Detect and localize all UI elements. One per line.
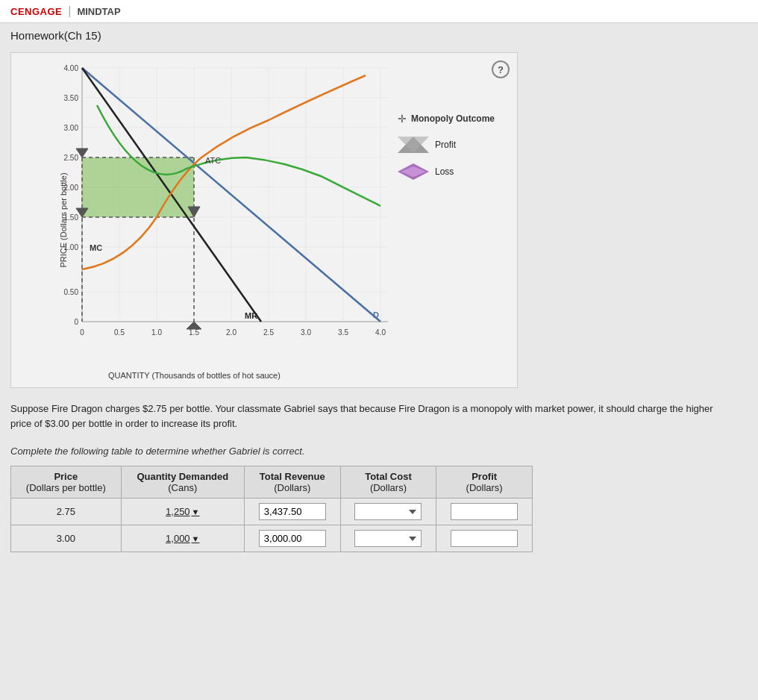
help-button[interactable]: ?: [492, 60, 510, 78]
scenario-text: Suppose Fire Dragon charges $2.75 per bo…: [10, 401, 727, 431]
chart-legend: ✛ Monopoly Outcome Profit Loss: [398, 113, 495, 180]
svg-text:1.5: 1.5: [189, 328, 199, 337]
app-name: MINDTAP: [77, 6, 120, 17]
table-row: 2.75 1,250 ▼: [11, 499, 533, 525]
svg-text:4.0: 4.0: [375, 328, 386, 337]
quantity-cell-1[interactable]: 1,250 ▼: [121, 499, 244, 525]
col-price-header: Price (Dollars per bottle): [11, 466, 122, 499]
svg-text:0.50: 0.50: [64, 288, 79, 296]
top-bar: CENGAGE | MINDTAP: [0, 0, 758, 23]
quantity-dropdown-arrow-2[interactable]: ▼: [192, 534, 200, 543]
profit-cell-2[interactable]: [436, 525, 533, 552]
divider: |: [68, 4, 71, 18]
svg-text:3.50: 3.50: [64, 94, 79, 102]
svg-text:0: 0: [74, 318, 78, 326]
col-profit-header: Profit (Dollars): [436, 466, 533, 499]
col-quantity-header: Quantity Demanded (Cans): [121, 466, 244, 499]
legend-loss: Loss: [398, 163, 454, 180]
legend-title: Monopoly Outcome: [411, 113, 495, 124]
svg-text:0: 0: [80, 328, 84, 337]
x-axis-label: QUANTITY (Thousands of bottles of hot sa…: [108, 371, 281, 380]
revenue-cell-2: [244, 525, 340, 552]
svg-rect-36: [82, 157, 194, 217]
col-revenue-header: Total Revenue (Dollars): [244, 466, 340, 499]
svg-text:2.00: 2.00: [64, 184, 79, 192]
svg-text:2.5: 2.5: [263, 328, 274, 337]
svg-text:3.0: 3.0: [301, 328, 311, 337]
svg-text:0.5: 0.5: [114, 328, 125, 337]
profit-cell-1[interactable]: [436, 499, 533, 525]
profit-input-2[interactable]: [451, 530, 518, 547]
chart-svg: 4.00 3.50 3.00 2.50 2.00 1.50 1.00 0.50 …: [52, 60, 403, 344]
price-cell-1: 2.75: [11, 499, 122, 525]
chart-container: ? PRICE (Dollars per bottle): [10, 52, 518, 388]
svg-text:3.00: 3.00: [64, 124, 79, 132]
data-table: Price (Dollars per bottle) Quantity Dema…: [10, 466, 533, 552]
svg-marker-49: [187, 322, 201, 329]
svg-text:3.5: 3.5: [338, 328, 348, 337]
svg-text:D: D: [373, 310, 379, 319]
svg-text:1.50: 1.50: [64, 213, 79, 222]
legend-loss-label: Loss: [435, 166, 454, 177]
svg-text:ATC: ATC: [205, 156, 221, 165]
revenue-input-2[interactable]: [259, 530, 326, 547]
svg-text:2.50: 2.50: [64, 154, 79, 162]
cost-dropdown-1[interactable]: [354, 503, 422, 520]
svg-text:MR: MR: [245, 311, 257, 320]
cost-dropdown-2[interactable]: [354, 530, 422, 547]
col-cost-header: Total Cost (Dollars): [340, 466, 436, 499]
quantity-dropdown-arrow-1[interactable]: ▼: [192, 507, 200, 516]
svg-text:2.0: 2.0: [226, 328, 237, 337]
revenue-input-1[interactable]: [259, 503, 326, 520]
revenue-cell-1: [244, 499, 340, 525]
price-cell-2: 3.00: [11, 525, 122, 552]
quantity-cell-2[interactable]: 1,000 ▼: [121, 525, 244, 552]
legend-profit: Profit: [398, 137, 456, 153]
svg-text:1.0: 1.0: [151, 328, 162, 337]
quantity-value-1: 1,250: [166, 506, 190, 517]
svg-text:MC: MC: [90, 243, 102, 252]
main-content: ? PRICE (Dollars per bottle): [0, 48, 758, 563]
svg-text:4.00: 4.00: [64, 64, 79, 72]
svg-marker-54: [401, 166, 426, 177]
page-title: Homework(Ch 15): [0, 23, 758, 48]
instruction-text: Complete the following table to determin…: [10, 446, 748, 457]
cengage-logo: CENGAGE: [10, 6, 62, 17]
cost-cell-2[interactable]: [340, 525, 436, 552]
svg-text:1.00: 1.00: [64, 243, 79, 251]
profit-input-1[interactable]: [451, 503, 518, 520]
legend-profit-label: Profit: [435, 140, 456, 150]
cost-cell-1[interactable]: [340, 499, 436, 525]
table-row: 3.00 1,000 ▼: [11, 525, 533, 552]
quantity-value-2: 1,000: [166, 533, 190, 544]
